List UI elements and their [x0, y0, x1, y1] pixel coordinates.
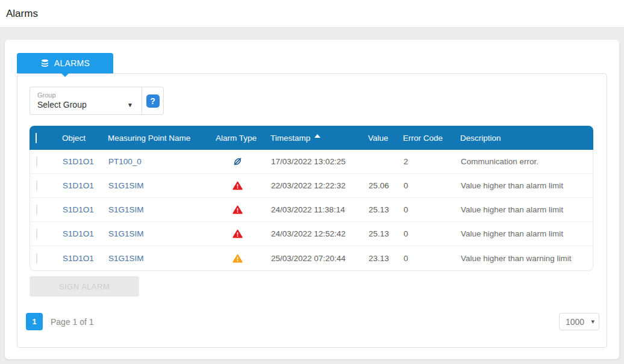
- measuring-point-link[interactable]: S1G1SIM: [108, 205, 144, 214]
- timestamp-cell: 22/03/2022 12:22:32: [271, 181, 369, 190]
- error-code-cell: 0: [404, 229, 461, 238]
- value-cell: 25.13: [369, 229, 404, 238]
- row-checkbox[interactable]: [36, 253, 37, 264]
- alarm-triangle-icon: [232, 205, 243, 214]
- timestamp-cell: 24/03/2022 11:38:14: [271, 205, 369, 214]
- column-header-description[interactable]: Description: [460, 134, 593, 143]
- object-link[interactable]: S1D1O1: [63, 254, 94, 263]
- description-cell: Communication error.: [461, 157, 593, 166]
- page-background: ALARMS Group Select Group ▼ ? Obje: [0, 28, 624, 359]
- group-select-label: Group: [37, 91, 134, 99]
- tab-alarms-label: ALARMS: [54, 58, 90, 68]
- sign-alarm-button[interactable]: SIGN ALARM: [30, 276, 139, 297]
- error-code-cell: 2: [404, 157, 461, 166]
- value-cell: 23.13: [369, 254, 404, 263]
- table-row: S1D1O1 S1G1SIM 22/03/2022 12:22:32 25.06…: [30, 174, 593, 198]
- alarm-triangle-icon: [232, 229, 243, 238]
- row-checkbox[interactable]: [36, 205, 37, 215]
- group-filter-box: Group Select Group ▼ ?: [30, 87, 164, 115]
- sort-ascending-icon: [314, 134, 320, 138]
- measuring-point-link[interactable]: S1G1SIM: [108, 181, 144, 190]
- column-header-measuring-point-name[interactable]: Measuring Point Name: [108, 134, 216, 143]
- group-selected-value: Select Group: [37, 99, 87, 111]
- measuring-point-link[interactable]: PT100_0: [108, 157, 142, 166]
- column-header-timestamp[interactable]: Timestamp: [270, 134, 368, 143]
- page-title: Alarms: [6, 8, 38, 20]
- database-icon: [40, 59, 49, 68]
- select-all-checkbox[interactable]: [36, 133, 37, 143]
- measuring-point-link[interactable]: S1G1SIM: [108, 254, 144, 263]
- object-link[interactable]: S1D1O1: [63, 229, 94, 238]
- table-row: S1D1O1 S1G1SIM 25/03/2022 07:20:44 23.13…: [30, 246, 593, 270]
- top-bar: Alarms: [0, 0, 624, 28]
- row-checkbox[interactable]: [36, 156, 37, 167]
- timestamp-cell: 17/03/2022 13:02:25: [271, 157, 369, 166]
- page-size-select-wrap: 1000 ▾: [559, 313, 599, 330]
- table-header-row: Object Measuring Point Name Alarm Type T…: [30, 126, 593, 150]
- error-code-cell: 0: [404, 205, 461, 214]
- communication-error-icon: [232, 156, 243, 167]
- timestamp-cell: 24/03/2022 12:52:42: [271, 229, 369, 238]
- column-header-alarm-type[interactable]: Alarm Type: [216, 134, 270, 143]
- column-header-error-code[interactable]: Error Code: [403, 134, 460, 143]
- description-cell: Value higher than alarm limit: [461, 205, 593, 214]
- timestamp-cell: 25/03/2022 07:20:44: [271, 254, 369, 263]
- page-size-select[interactable]: 1000: [560, 313, 599, 330]
- row-checkbox[interactable]: [36, 229, 37, 239]
- table-body: S1D1O1 PT100_0 17/03/2022 13:02:25 2 Com…: [30, 150, 593, 271]
- measuring-point-link[interactable]: S1G1SIM: [108, 229, 144, 238]
- page-summary: Page 1 of 1: [51, 317, 94, 327]
- tab-alarms[interactable]: ALARMS: [17, 53, 113, 73]
- group-select[interactable]: Group Select Group ▼: [30, 87, 142, 114]
- object-link[interactable]: S1D1O1: [63, 181, 94, 190]
- value-cell: 25.06: [369, 181, 404, 190]
- table-row: S1D1O1 S1G1SIM 24/03/2022 11:38:14 25.13…: [30, 198, 593, 222]
- error-code-cell: 0: [404, 181, 461, 190]
- chevron-down-icon: ▼: [127, 102, 134, 108]
- column-header-value[interactable]: Value: [368, 134, 403, 143]
- warning-triangle-icon: [232, 254, 243, 263]
- object-link[interactable]: S1D1O1: [63, 157, 94, 166]
- object-link[interactable]: S1D1O1: [63, 205, 94, 214]
- description-cell: Value higher than alarm limit: [461, 229, 593, 238]
- alarm-triangle-icon: [232, 181, 243, 190]
- table-row: S1D1O1 PT100_0 17/03/2022 13:02:25 2 Com…: [30, 150, 593, 174]
- row-checkbox[interactable]: [36, 180, 37, 191]
- column-header-object[interactable]: Object: [62, 134, 108, 143]
- alarms-card: ALARMS Group Select Group ▼ ? Obje: [5, 40, 619, 359]
- tab-content-panel: Group Select Group ▼ ? Object Measuring …: [17, 73, 607, 348]
- question-mark-icon: ?: [146, 94, 160, 108]
- value-cell: 25.13: [369, 205, 404, 214]
- help-button[interactable]: ?: [142, 87, 163, 114]
- table-footer: 1 Page 1 of 1 1000 ▾: [26, 313, 599, 330]
- description-cell: Value higher than alarm limit: [461, 181, 593, 190]
- error-code-cell: 0: [404, 254, 461, 263]
- page-1-button[interactable]: 1: [26, 313, 43, 330]
- description-cell: Value higher than warning limit: [461, 254, 593, 263]
- table-row: S1D1O1 S1G1SIM 24/03/2022 12:52:42 25.13…: [30, 222, 593, 246]
- alarms-table: Object Measuring Point Name Alarm Type T…: [30, 126, 593, 271]
